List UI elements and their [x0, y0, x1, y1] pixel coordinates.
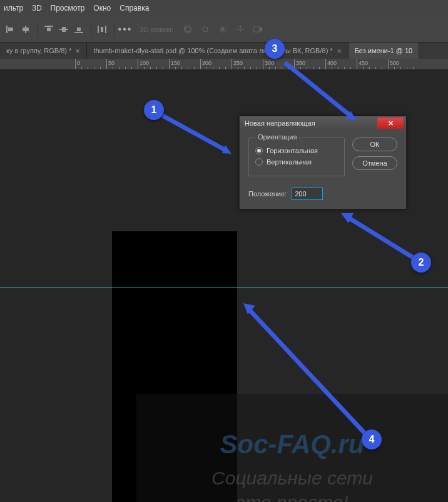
fieldset-legend: Ориентация [255, 133, 299, 141]
menu-view[interactable]: Просмотр [51, 4, 85, 13]
align-left-icon[interactable] [5, 24, 16, 35]
tab-label: Без имени-1 @ 10 [355, 47, 413, 54]
distribute-vcenter-icon[interactable] [58, 24, 69, 35]
svg-rect-1 [8, 28, 13, 31]
radio-vertical[interactable]: Вертикальная [255, 158, 338, 166]
annotation-arrow-3 [278, 59, 366, 128]
light-icon[interactable] [200, 24, 211, 35]
tagline-text: Социальные сетиэто просто! [211, 466, 373, 502]
align-center-icon[interactable] [20, 24, 31, 35]
radio-icon [255, 147, 263, 154]
radio-label: Горизонтальная [267, 147, 318, 154]
document-tab-2[interactable]: thumb-maket-dlya-stati.psd @ 100% (Созда… [87, 43, 348, 59]
svg-rect-0 [6, 26, 8, 33]
annotation-arrow-4 [237, 297, 374, 441]
close-icon: ✕ [388, 119, 394, 128]
svg-line-23 [285, 63, 350, 116]
new-guide-dialog: Новая направляющая ✕ Ориентация Горизонт… [239, 116, 407, 209]
svg-line-25 [249, 309, 365, 433]
svg-line-19 [163, 116, 225, 150]
ruler-tick-label: 100 [140, 60, 149, 66]
radio-horizontal[interactable]: Горизонтальная [255, 147, 338, 154]
menu-window[interactable]: Окно [93, 4, 111, 13]
more-options-icon[interactable]: ••• [120, 24, 131, 35]
annotation-badge-4: 4 [362, 429, 382, 449]
menu-bar: ильтр 3D Просмотр Окно Справка [0, 0, 448, 16]
distribute-horizontal-icon[interactable] [96, 24, 108, 35]
mode-label: 3D-режим: [136, 24, 177, 34]
svg-rect-8 [74, 32, 83, 33]
horizontal-guide[interactable] [0, 288, 448, 288]
svg-rect-17 [253, 27, 260, 32]
annotation-arrow-1 [160, 113, 241, 163]
tab-label: ку в группу, RGB/8) * [6, 47, 71, 54]
dialog-close-button[interactable]: ✕ [377, 118, 404, 129]
annotation-badge-1: 1 [144, 100, 164, 120]
document-tab-1[interactable]: ку в группу, RGB/8) * ✕ [0, 43, 87, 59]
orientation-fieldset: Ориентация Горизонтальная Вертикальная [248, 138, 345, 176]
position-label: Положение: [248, 190, 287, 198]
svg-rect-9 [77, 28, 81, 31]
menu-3d[interactable]: 3D [32, 4, 41, 13]
toolbar: ••• 3D-режим: [0, 16, 448, 43]
ruler-tick-label: 0 [77, 60, 80, 66]
ruler-tick-label: 300 [265, 60, 274, 66]
horizontal-ruler[interactable]: 050100150200250300350400450500 [0, 59, 448, 70]
distribute-top-icon[interactable] [43, 24, 54, 35]
ruler-tick-label: 200 [202, 60, 211, 66]
ruler-tick-label: 250 [233, 60, 243, 66]
ok-button[interactable]: ОК [352, 138, 397, 151]
distribute-bottom-icon[interactable] [73, 24, 84, 35]
close-icon[interactable]: ✕ [337, 48, 342, 54]
svg-marker-18 [260, 27, 262, 32]
menu-filter[interactable]: ильтр [4, 4, 23, 13]
svg-point-15 [203, 27, 208, 32]
ruler-tick-label: 500 [390, 60, 399, 66]
annotation-badge-2: 2 [411, 253, 431, 273]
close-icon[interactable]: ✕ [75, 48, 80, 54]
document-tab-3[interactable]: Без имени-1 @ 10 [349, 43, 420, 59]
sparkle-icon[interactable] [217, 24, 228, 35]
radio-label: Вертикальная [267, 158, 312, 166]
svg-marker-16 [239, 25, 242, 27]
move-icon[interactable] [235, 24, 246, 35]
tabs-bar: ку в группу, RGB/8) * ✕ thumb-maket-dlya… [0, 43, 448, 59]
svg-rect-11 [105, 26, 106, 33]
ruler-tick-label: 50 [108, 60, 115, 66]
tab-label: thumb-maket-dlya-stati.psd @ 100% (Созда… [93, 47, 332, 54]
svg-rect-5 [47, 28, 51, 31]
position-input[interactable] [292, 188, 323, 200]
svg-rect-4 [44, 26, 53, 27]
cancel-button[interactable]: Отмена [352, 156, 397, 170]
camera-icon[interactable] [252, 24, 263, 35]
annotation-badge-3: 3 [265, 39, 285, 59]
annotation-arrow-2 [335, 209, 422, 266]
svg-rect-3 [23, 28, 29, 31]
svg-point-13 [185, 27, 190, 32]
orbit-icon[interactable] [182, 24, 193, 35]
svg-rect-7 [62, 27, 66, 32]
radio-icon [255, 158, 263, 166]
svg-rect-10 [98, 26, 99, 33]
svg-rect-12 [101, 27, 103, 32]
ruler-tick-label: 150 [171, 60, 180, 66]
svg-line-21 [347, 217, 416, 259]
menu-help[interactable]: Справка [120, 4, 149, 13]
